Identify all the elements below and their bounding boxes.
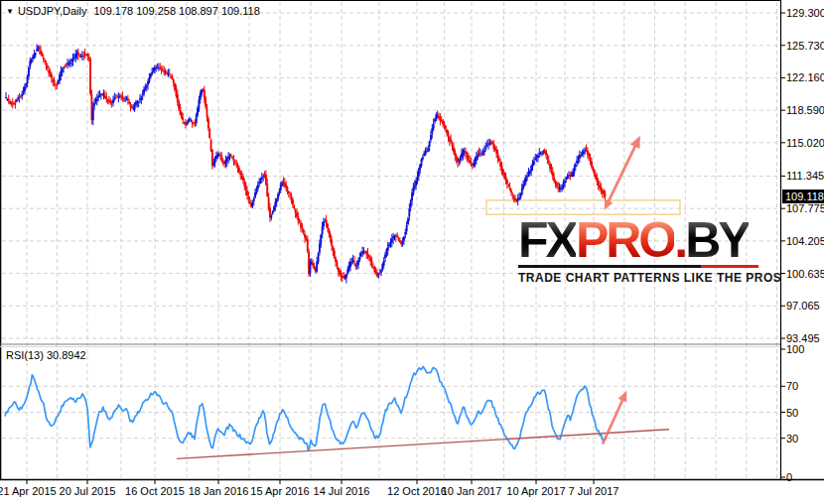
price-axis-label: 118.590 (786, 104, 824, 117)
price-axis-label: 129.300 (786, 7, 824, 20)
fxpro-watermark: FXPRO.BY TRADE CHART PATTERNS LIKE THE P… (518, 217, 758, 285)
logo-underline (518, 265, 758, 268)
rsi-axis-label: 50 (786, 407, 798, 420)
date-axis-label: 15 Apr 2016 (250, 485, 309, 498)
date-axis-label: 14 Jul 2016 (314, 485, 370, 498)
price-axis-label: 107.775 (786, 202, 824, 215)
date-axis-label: 20 Jul 2015 (60, 485, 116, 498)
price-axis-label: 111.345 (786, 170, 824, 183)
price-axis-label: 97.065 (786, 300, 820, 313)
chevron-down-icon[interactable]: ▼ (6, 7, 14, 16)
symbol-period-label: USDJPY,Daily (18, 5, 87, 17)
rsi-axis-label: 30 (786, 433, 798, 445)
price-axis-label: 100.635 (786, 268, 824, 281)
logo-dot: . (674, 217, 685, 263)
symbol-ohlc-header: ▼USDJPY,Daily109.178 109.258 108.897 109… (6, 5, 260, 18)
date-axis-label: 10 Jan 2017 (442, 485, 502, 498)
rsi-signal-arrow[interactable] (603, 391, 626, 444)
price-axis-label: 125.730 (786, 40, 824, 53)
ohlc-values: 109.178 109.258 108.897 109.118 (93, 5, 259, 17)
logo-by: BY (685, 217, 748, 263)
rsi-axis-label: 70 (786, 380, 798, 393)
current-price-badge: 109.118 (782, 189, 824, 203)
price-axis-label: 115.020 (786, 137, 824, 150)
date-axis-label: 16 Oct 2015 (125, 485, 185, 498)
date-axis-label: 12 Oct 2016 (387, 485, 447, 498)
date-axis-label: 18 Jan 2016 (189, 485, 249, 498)
candlestick-series[interactable] (5, 44, 606, 283)
metatrader-chart-window: ▼USDJPY,Daily109.178 109.258 108.897 109… (0, 0, 824, 504)
rsi-axis-label: 100 (786, 343, 804, 356)
rsi-indicator-label: RSI(13) 30.8942 (6, 349, 86, 362)
date-axis-label: 10 Apr 2017 (506, 485, 565, 498)
fxpro-logo-text: FXPRO.BY (518, 217, 758, 263)
price-forecast-arrow[interactable] (605, 136, 640, 210)
logo-tagline: TRADE CHART PATTERNS LIKE THE PROS (518, 271, 758, 285)
date-axis-label: 7 Jul 2017 (569, 485, 619, 498)
price-axis-label: 122.160 (786, 71, 824, 84)
logo-pro: PRO (576, 217, 674, 263)
logo-fx: FX (518, 217, 576, 263)
rsi-axis-label: 0 (786, 471, 792, 484)
price-axis-label: 104.205 (786, 235, 824, 248)
date-axis-label: 21 Apr 2015 (0, 485, 57, 498)
